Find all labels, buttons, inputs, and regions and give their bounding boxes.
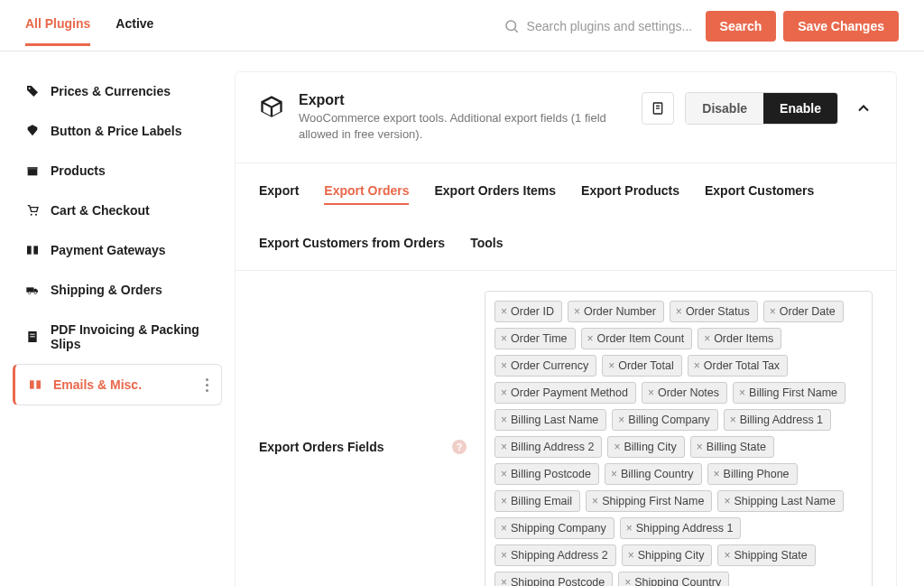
help-icon[interactable]: ? xyxy=(452,440,467,454)
chip-remove-icon[interactable]: × xyxy=(574,305,580,318)
chip-order-status[interactable]: ×Order Status xyxy=(670,301,758,322)
chip-remove-icon[interactable]: × xyxy=(618,414,624,426)
chip-remove-icon[interactable]: × xyxy=(770,305,776,318)
chip-remove-icon[interactable]: × xyxy=(694,359,700,372)
chip-shipping-last-name[interactable]: ×Shipping Last Name xyxy=(717,490,844,512)
chip-order-payment-method[interactable]: ×Order Payment Method xyxy=(494,382,636,404)
search-input[interactable] xyxy=(527,19,698,33)
chip-billing-postcode[interactable]: ×Billing Postcode xyxy=(494,463,599,485)
chip-billing-address-2[interactable]: ×Billing Address 2 xyxy=(494,436,602,458)
chip-remove-icon[interactable]: × xyxy=(614,441,620,453)
chip-remove-icon[interactable]: × xyxy=(626,522,633,535)
subtab-export[interactable]: Export xyxy=(259,178,299,205)
chip-remove-icon[interactable]: × xyxy=(624,576,631,586)
chip-shipping-postcode[interactable]: ×Shipping Postcode xyxy=(494,572,613,586)
chip-remove-icon[interactable]: × xyxy=(704,332,710,345)
chip-remove-icon[interactable]: × xyxy=(501,441,507,453)
sidebar-item-shipping-orders[interactable]: Shipping & Orders xyxy=(13,270,222,310)
chip-remove-icon[interactable]: × xyxy=(608,359,614,372)
chip-shipping-company[interactable]: ×Shipping Company xyxy=(494,517,614,539)
chip-label: Billing Country xyxy=(621,468,694,480)
chip-label: Shipping City xyxy=(638,549,705,562)
chip-remove-icon[interactable]: × xyxy=(501,332,507,345)
chip-billing-email[interactable]: ×Billing Email xyxy=(494,490,580,512)
sidebar: Prices & CurrenciesButton & Price Labels… xyxy=(0,51,235,586)
chip-remove-icon[interactable]: × xyxy=(501,576,507,586)
chip-remove-icon[interactable]: × xyxy=(501,305,507,318)
enable-button[interactable]: Enable xyxy=(763,93,837,124)
chip-order-total-tax[interactable]: ×Order Total Tax xyxy=(688,355,788,377)
chip-shipping-address-2[interactable]: ×Shipping Address 2 xyxy=(494,544,616,566)
chip-label: Shipping Postcode xyxy=(511,576,605,586)
tab-all-plugins[interactable]: All Plugins xyxy=(25,16,90,46)
save-changes-button[interactable]: Save Changes xyxy=(783,11,899,42)
subtab-tools[interactable]: Tools xyxy=(470,230,503,256)
sidebar-item-prices-currencies[interactable]: Prices & Currencies xyxy=(13,71,222,111)
sidebar-item-emails-misc-[interactable]: Emails & Misc. xyxy=(13,364,222,405)
chip-billing-address-1[interactable]: ×Billing Address 1 xyxy=(724,409,831,431)
subtab-export-customers[interactable]: Export Customers xyxy=(705,178,814,205)
docs-button[interactable] xyxy=(642,92,674,125)
chip-billing-last-name[interactable]: ×Billing Last Name xyxy=(494,409,606,431)
subtab-export-orders-items[interactable]: Export Orders Items xyxy=(434,178,556,205)
chip-remove-icon[interactable]: × xyxy=(628,549,634,562)
chip-shipping-address-1[interactable]: ×Shipping Address 1 xyxy=(620,517,742,539)
chip-remove-icon[interactable]: × xyxy=(739,386,745,399)
chip-remove-icon[interactable]: × xyxy=(714,468,720,480)
chip-billing-company[interactable]: ×Billing Company xyxy=(612,409,717,431)
field-label-text: Export Orders Fields xyxy=(259,440,383,454)
subtab-export-customers-from-orders[interactable]: Export Customers from Orders xyxy=(259,230,445,256)
chip-billing-first-name[interactable]: ×Billing First Name xyxy=(733,382,845,404)
chip-label: Order Payment Method xyxy=(511,386,628,399)
more-icon[interactable] xyxy=(206,378,208,392)
chip-billing-city[interactable]: ×Billing City xyxy=(607,436,684,458)
sidebar-item-pdf-invoicing-packing-slips[interactable]: PDF Invoicing & Packing Slips xyxy=(13,310,222,364)
chip-order-date[interactable]: ×Order Date xyxy=(763,301,844,322)
box-icon xyxy=(25,163,40,178)
search-button[interactable]: Search xyxy=(706,11,777,42)
subtab-export-orders[interactable]: Export Orders xyxy=(324,178,409,205)
chip-remove-icon[interactable]: × xyxy=(501,414,507,426)
subtab-export-products[interactable]: Export Products xyxy=(581,178,679,205)
chip-order-notes[interactable]: ×Order Notes xyxy=(642,382,727,404)
chip-remove-icon[interactable]: × xyxy=(501,549,507,562)
fields-chips[interactable]: ×Order ID×Order Number×Order Status×Orde… xyxy=(485,291,873,586)
disable-button[interactable]: Disable xyxy=(686,93,763,124)
tab-active[interactable]: Active xyxy=(116,16,153,46)
sidebar-item-button-price-labels[interactable]: Button & Price Labels xyxy=(13,111,222,151)
chip-remove-icon[interactable]: × xyxy=(501,359,507,372)
chip-remove-icon[interactable]: × xyxy=(501,522,507,535)
chip-shipping-state[interactable]: ×Shipping State xyxy=(717,544,815,566)
chip-order-number[interactable]: ×Order Number xyxy=(568,301,664,322)
chip-order-total[interactable]: ×Order Total xyxy=(602,355,682,377)
pdf-icon xyxy=(25,330,40,344)
chip-billing-country[interactable]: ×Billing Country xyxy=(605,463,702,485)
chip-remove-icon[interactable]: × xyxy=(724,495,730,507)
sidebar-item-cart-checkout[interactable]: Cart & Checkout xyxy=(13,191,222,230)
sidebar-item-payment-gateways[interactable]: Payment Gateways xyxy=(13,230,222,270)
chip-remove-icon[interactable]: × xyxy=(501,495,507,507)
chip-shipping-first-name[interactable]: ×Shipping First Name xyxy=(586,490,712,512)
chip-order-currency[interactable]: ×Order Currency xyxy=(494,355,596,377)
chevron-up-icon[interactable] xyxy=(855,99,873,117)
chip-billing-state[interactable]: ×Billing State xyxy=(690,436,774,458)
chip-billing-phone[interactable]: ×Billing Phone xyxy=(707,463,798,485)
chip-remove-icon[interactable]: × xyxy=(611,468,617,480)
chip-order-id[interactable]: ×Order ID xyxy=(494,301,562,322)
chip-remove-icon[interactable]: × xyxy=(730,414,736,426)
chip-shipping-city[interactable]: ×Shipping City xyxy=(622,544,713,566)
chip-remove-icon[interactable]: × xyxy=(697,441,703,453)
chip-remove-icon[interactable]: × xyxy=(501,468,507,480)
chip-order-items[interactable]: ×Order Items xyxy=(698,328,781,349)
chip-remove-icon[interactable]: × xyxy=(724,549,730,562)
chip-remove-icon[interactable]: × xyxy=(676,305,682,318)
main-content: Export WooCommerce export tools. Additio… xyxy=(235,51,924,586)
chip-shipping-country[interactable]: ×Shipping Country xyxy=(618,572,729,586)
chip-order-time[interactable]: ×Order Time xyxy=(494,328,576,349)
chip-remove-icon[interactable]: × xyxy=(501,386,507,399)
chip-remove-icon[interactable]: × xyxy=(592,495,598,507)
chip-order-item-count[interactable]: ×Order Item Count xyxy=(581,328,693,349)
sidebar-item-products[interactable]: Products xyxy=(13,151,222,191)
chip-remove-icon[interactable]: × xyxy=(587,332,594,345)
chip-remove-icon[interactable]: × xyxy=(648,386,654,399)
